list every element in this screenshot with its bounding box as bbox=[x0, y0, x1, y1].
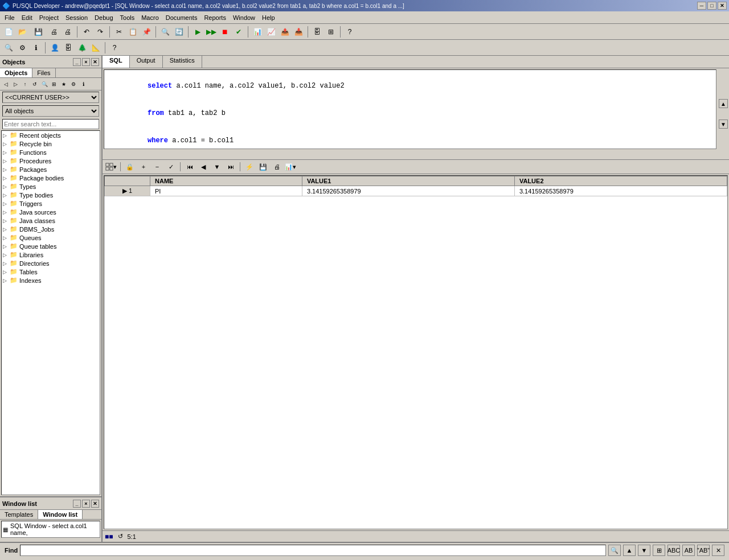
objects-panel-restore[interactable]: _ bbox=[73, 58, 81, 66]
objects-panel-pin[interactable]: × bbox=[82, 58, 90, 66]
wl-restore-btn[interactable]: _ bbox=[73, 500, 81, 508]
menu-documents[interactable]: Documents bbox=[162, 13, 201, 22]
tb2-users-btn[interactable]: 👤 bbox=[48, 42, 61, 54]
tb-stop-btn[interactable]: ⏹ bbox=[219, 26, 231, 38]
tb-open-btn[interactable]: 📂 bbox=[16, 26, 28, 38]
close-button[interactable]: ✕ bbox=[718, 2, 727, 10]
tree-item-queue-tables[interactable]: ▷ 📁 Queue tables bbox=[2, 242, 100, 250]
menu-window[interactable]: Window bbox=[230, 13, 259, 22]
tree-item-types[interactable]: ▷ 📁 Types bbox=[2, 182, 100, 191]
tb-print-btn[interactable]: 🖨 bbox=[48, 26, 60, 38]
res-save-btn[interactable]: 💾 bbox=[257, 161, 269, 172]
tb2-tree-btn[interactable]: 🌲 bbox=[76, 42, 88, 54]
tree-item-packages[interactable]: ▷ 📁 Packages bbox=[2, 165, 100, 174]
menu-edit[interactable]: Edit bbox=[18, 13, 36, 22]
menu-tools[interactable]: Tools bbox=[117, 13, 138, 22]
res-add-btn[interactable]: + bbox=[137, 161, 150, 172]
obj-new-btn[interactable]: ★ bbox=[59, 80, 68, 89]
objects-panel-close[interactable]: ✕ bbox=[91, 58, 99, 66]
tb-new-btn[interactable]: 📄 bbox=[2, 26, 15, 38]
res-grid-btn[interactable]: ▾ bbox=[105, 161, 117, 172]
tb2-schema-btn[interactable]: 📐 bbox=[89, 42, 102, 54]
find-next-btn[interactable]: ▼ bbox=[638, 545, 650, 556]
tree-item-package-bodies[interactable]: ▷ 📁 Package bodies bbox=[2, 174, 100, 182]
tree-item-functions[interactable]: ▷ 📁 Functions bbox=[2, 148, 100, 157]
obj-back-btn[interactable]: ◁ bbox=[1, 80, 10, 89]
tree-item-libraries[interactable]: ▷ 📁 Libraries bbox=[2, 250, 100, 259]
menu-debug[interactable]: Debug bbox=[91, 13, 116, 22]
tree-item-indexes[interactable]: ▷ 📁 Indexes bbox=[2, 276, 100, 285]
wl-pin-btn[interactable]: × bbox=[82, 500, 90, 508]
find-options-btn[interactable]: ⊞ bbox=[653, 545, 665, 556]
current-user-select[interactable]: <<CURRENT USER>> bbox=[2, 92, 99, 103]
obj-filter-btn[interactable]: ⊞ bbox=[50, 80, 59, 89]
res-check-btn[interactable]: ✓ bbox=[165, 161, 177, 172]
tb2-db2-btn[interactable]: 🗄 bbox=[62, 42, 75, 54]
minimize-button[interactable]: ─ bbox=[697, 2, 706, 10]
res-print-btn[interactable]: 🖨 bbox=[271, 161, 283, 172]
object-tree[interactable]: ▷ 📁 Recent objects ▷ 📁 Recycle bin ▷ 📁 F… bbox=[1, 130, 100, 495]
tree-item-java-classes[interactable]: ▷ 📁 Java classes bbox=[2, 216, 100, 225]
tb-run-btn[interactable]: ▶ bbox=[191, 26, 204, 38]
obj-refresh-btn[interactable]: ↺ bbox=[30, 80, 39, 89]
find-prev-btn[interactable]: ▲ bbox=[623, 545, 636, 556]
wl-close-btn[interactable]: ✕ bbox=[91, 500, 99, 508]
res-remove-btn[interactable]: − bbox=[151, 161, 163, 172]
object-search-input[interactable] bbox=[2, 119, 99, 129]
tb-undo-btn[interactable]: ↶ bbox=[80, 26, 93, 38]
obj-config-btn[interactable]: ⚙ bbox=[69, 80, 78, 89]
find-quoted-btn[interactable]: "AB" bbox=[697, 545, 710, 556]
all-objects-select[interactable]: All objects bbox=[2, 105, 99, 117]
tb2-help2-btn[interactable]: ? bbox=[108, 42, 121, 54]
tb-paste-btn[interactable]: 📌 bbox=[140, 26, 153, 38]
obj-search-btn[interactable]: 🔍 bbox=[40, 80, 49, 89]
res-nav-dn-btn[interactable]: ▼ bbox=[211, 161, 223, 172]
scroll-down-btn[interactable]: ▼ bbox=[719, 120, 728, 129]
tree-item-tables[interactable]: ▷ 📁 Tables bbox=[2, 267, 100, 276]
menu-macro[interactable]: Macro bbox=[138, 13, 162, 22]
res-lock-btn[interactable]: 🔒 bbox=[124, 161, 136, 172]
tree-item-dbms-jobs[interactable]: ▷ 📁 DBMS_Jobs bbox=[2, 225, 100, 233]
tb-save-btn[interactable]: 💾 bbox=[30, 26, 47, 38]
tab-sql[interactable]: SQL bbox=[103, 56, 130, 68]
obj-up-btn[interactable]: ↑ bbox=[21, 80, 30, 89]
tb-import-btn[interactable]: 📥 bbox=[292, 26, 305, 38]
tb2-info-btn[interactable]: ℹ bbox=[30, 42, 42, 54]
tb-print2-btn[interactable]: 🖨 bbox=[62, 26, 74, 38]
find-input[interactable] bbox=[20, 545, 606, 556]
tab-objects[interactable]: Objects bbox=[0, 68, 32, 77]
obj-info-btn[interactable]: ℹ bbox=[79, 80, 88, 89]
tree-item-type-bodies[interactable]: ▷ 📁 Type bodies bbox=[2, 191, 100, 199]
menu-reports[interactable]: Reports bbox=[200, 13, 230, 22]
tb-help-btn[interactable]: ? bbox=[343, 26, 356, 38]
menu-session[interactable]: Session bbox=[62, 13, 91, 22]
tb-db-btn[interactable]: 🗄 bbox=[311, 26, 323, 38]
results-grid[interactable]: NAME VALUE1 VALUE2 ▶ 1 PI 3.141592653589… bbox=[104, 175, 728, 529]
tb-redo-btn[interactable]: ↷ bbox=[94, 26, 107, 38]
tb2-config-btn[interactable]: ⚙ bbox=[16, 42, 28, 54]
tb-grid-btn[interactable]: ⊞ bbox=[325, 26, 337, 38]
menu-help[interactable]: Help bbox=[259, 13, 279, 22]
find-close-btn[interactable]: ✕ bbox=[712, 545, 724, 556]
tb-explain-btn[interactable]: 📊 bbox=[251, 26, 264, 38]
window-list-item[interactable]: ▦ SQL Window - select a.col1 name, bbox=[3, 522, 99, 536]
tb2-search-btn[interactable]: 🔍 bbox=[2, 42, 15, 54]
tree-item-triggers[interactable]: ▷ 📁 Triggers bbox=[2, 199, 100, 208]
tab-files[interactable]: Files bbox=[32, 68, 55, 77]
maximize-button[interactable]: □ bbox=[707, 2, 716, 10]
tree-item-java-sources[interactable]: ▷ 📁 Java sources bbox=[2, 208, 100, 216]
res-prev-btn[interactable]: ◀ bbox=[197, 161, 210, 172]
tb-commit-btn[interactable]: ✔ bbox=[232, 26, 245, 38]
tb-find-btn[interactable]: 🔍 bbox=[159, 26, 171, 38]
menu-file[interactable]: File bbox=[1, 13, 18, 22]
tb-run2-btn[interactable]: ▶▶ bbox=[205, 26, 218, 38]
find-abc2-btn[interactable]: AB bbox=[682, 545, 695, 556]
obj-forward-btn[interactable]: ▷ bbox=[11, 80, 20, 89]
tree-item-recent[interactable]: ▷ 📁 Recent objects bbox=[2, 131, 100, 139]
scroll-up-btn[interactable]: ▲ bbox=[719, 99, 728, 108]
res-first-btn[interactable]: ⏮ bbox=[183, 161, 196, 172]
find-abc-btn[interactable]: ABC bbox=[667, 545, 680, 556]
find-search-btn[interactable]: 🔍 bbox=[608, 545, 621, 556]
tree-item-directories[interactable]: ▷ 📁 Directories bbox=[2, 259, 100, 267]
tree-item-procedures[interactable]: ▷ 📁 Procedures bbox=[2, 157, 100, 165]
